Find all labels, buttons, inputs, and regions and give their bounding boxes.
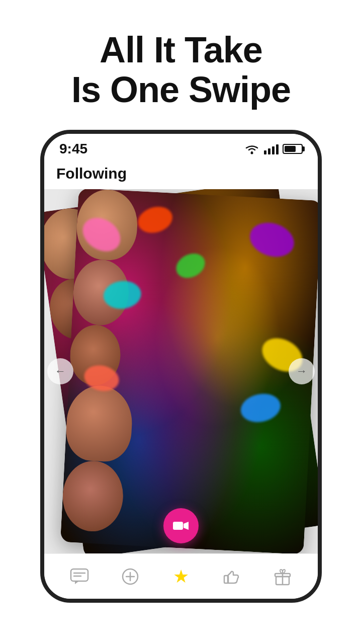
svg-rect-8 — [224, 576, 228, 583]
nav-item-gift[interactable] — [266, 560, 299, 593]
nav-item-like[interactable] — [216, 560, 248, 593]
svg-point-0 — [251, 152, 253, 154]
app-header: Following — [44, 162, 318, 189]
status-bar: 9:45 — [44, 134, 318, 162]
video-call-button[interactable] — [163, 508, 199, 543]
swipe-right-button[interactable]: → — [289, 358, 315, 384]
video-icon — [173, 520, 189, 532]
status-time: 9:45 — [59, 141, 87, 157]
swipe-left-button[interactable]: ← — [47, 358, 73, 384]
card-front[interactable] — [60, 189, 318, 553]
right-arrow-icon: → — [296, 365, 307, 378]
wifi-icon — [244, 143, 260, 155]
add-icon — [122, 568, 139, 585]
signal-icon — [264, 143, 279, 154]
like-icon — [223, 569, 241, 585]
status-icons — [244, 143, 303, 155]
phone-frame: 9:45 — [40, 130, 322, 603]
phone-mockup: 9:45 — [40, 130, 322, 644]
gift-icon — [274, 568, 291, 586]
headline: All It Take Is One Swipe — [71, 30, 291, 110]
headline-line2: Is One Swipe — [71, 70, 291, 110]
nav-item-add[interactable] — [114, 560, 146, 593]
nav-item-star[interactable]: ★ — [165, 560, 197, 593]
bottom-nav: ★ — [44, 553, 318, 599]
headline-line1: All It Take — [71, 30, 291, 70]
star-icon: ★ — [173, 566, 189, 587]
following-title: Following — [56, 165, 127, 182]
svg-rect-1 — [173, 522, 183, 530]
card-area: ← → — [44, 189, 318, 553]
svg-rect-2 — [71, 569, 88, 581]
chat-icon — [70, 568, 89, 585]
left-arrow-icon: ← — [55, 365, 66, 378]
nav-item-chat[interactable] — [63, 560, 96, 593]
battery-icon — [283, 144, 303, 154]
